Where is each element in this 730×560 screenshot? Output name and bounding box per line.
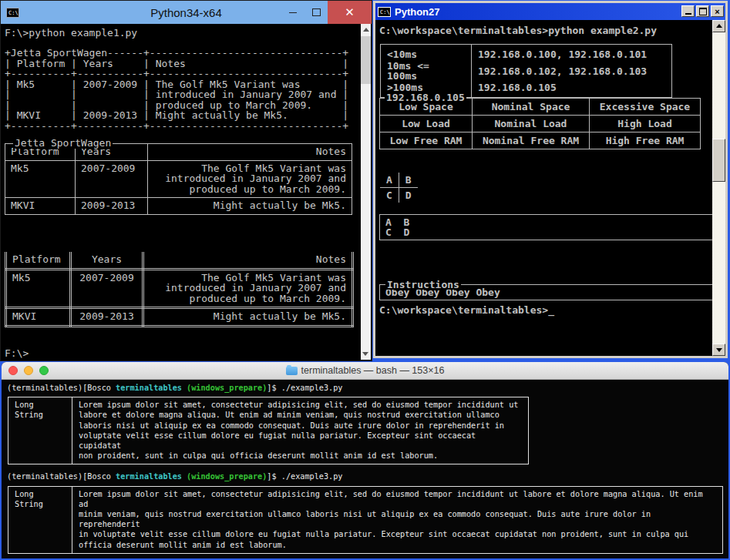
- command-text: ./example3.py: [281, 472, 343, 481]
- close-button[interactable]: ✕: [328, 1, 372, 24]
- win2-scrollbar[interactable]: [712, 20, 725, 356]
- prompt-line: C:\workspace\terminaltables>_: [379, 305, 554, 315]
- instructions-title: Instructions: [385, 280, 461, 290]
- scroll-down-icon[interactable]: [362, 352, 368, 356]
- table-row: Mk5 2007-2009 The Golf Mk5 Variant was i…: [5, 160, 352, 198]
- prompt-line: F:\>: [5, 348, 29, 359]
- window-terminal-bash: terminaltables — bash — 153×16 (terminal…: [2, 362, 728, 558]
- ip-list: 192.168.0.102, 192.168.0.103: [472, 60, 672, 82]
- minimize-button[interactable]: [281, 1, 304, 24]
- timings-table: <10ms 192.168.0.100, 192.168.0.101 10ms …: [380, 44, 672, 98]
- table-row: Long String Lorem ipsum dolor sit amet, …: [8, 486, 723, 553]
- desktop: C:\ Python34-x64 ✕ F:\>python example1.p…: [0, 0, 730, 560]
- window-python34: C:\ Python34-x64 ✕ F:\>python example1.p…: [0, 0, 372, 361]
- minimize-icon: [685, 13, 691, 15]
- win1-console[interactable]: F:\>python example1.py +Jetta SportWagen…: [2, 24, 361, 360]
- lorem-text: Lorem ipsum dolor sit amet, consectetur …: [72, 486, 723, 553]
- table-row: <10ms 192.168.0.100, 192.168.0.101: [381, 45, 672, 61]
- close-icon: ✕: [345, 5, 355, 19]
- repo-name: terminaltables: [116, 384, 182, 392]
- table-row: Low Free RAM Nominal Free RAM High Free …: [380, 132, 701, 149]
- latency-label: 10ms <= 100ms: [381, 60, 472, 82]
- table-row: Long String Lorem ipsum dolor sit amet, …: [8, 397, 529, 464]
- cross-table: A B C D: [380, 173, 418, 203]
- win3-console[interactable]: (terminaltables)[Bosco terminaltables (w…: [2, 380, 728, 558]
- table-row: MKVI 2009-2013 Might actually be Mk5.: [5, 198, 352, 215]
- scroll-down-button[interactable]: [712, 344, 725, 356]
- win2-titlebar[interactable]: C:\ Python27 ×: [375, 3, 725, 20]
- ip-list: 192.168.0.105: [472, 82, 672, 98]
- prompt-line: F:\>python example1.py: [5, 28, 137, 39]
- win3-title: terminaltables — bash — 153×16: [2, 365, 728, 376]
- minimize-icon: [289, 12, 297, 13]
- status-table-title: 192.168.0.105: [385, 92, 466, 102]
- folder-icon: [286, 367, 298, 375]
- lorem-text: Lorem ipsum dolor sit amet, consectetur …: [72, 397, 529, 464]
- win3-titlebar[interactable]: terminaltables — bash — 153×16: [2, 362, 728, 380]
- win2-console[interactable]: C:\workspace\terminaltables>python examp…: [375, 20, 725, 356]
- table-row: 10ms <= 100ms 192.168.0.102, 192.168.0.1…: [381, 60, 672, 82]
- close-button[interactable]: ×: [711, 5, 724, 17]
- maximize-icon: [312, 8, 321, 16]
- scroll-up-icon: [716, 24, 722, 28]
- table-row: Mk5 2007-2009 The Golf Mk5 Variant was i…: [6, 269, 353, 308]
- header-years: Years: [71, 252, 143, 269]
- scroll-down-icon: [716, 348, 722, 352]
- box-table: A B C D: [379, 214, 725, 240]
- table-header-row: Platform Years Notes: [6, 252, 353, 269]
- table-row: MKVI 2009-2013 Might actually be Mk5.: [6, 308, 353, 327]
- win1-scrollbar[interactable]: [361, 24, 371, 360]
- prompt-line: C:\workspace\terminaltables>python examp…: [379, 25, 657, 35]
- win2-title: Python27: [395, 6, 440, 18]
- maximize-icon: [699, 8, 707, 15]
- maximize-button[interactable]: [304, 1, 328, 24]
- win1-titlebar[interactable]: C:\ Python34-x64 ✕: [1, 1, 372, 24]
- close-icon: ×: [715, 7, 719, 16]
- cmd-icon: C:\: [378, 7, 391, 17]
- prompt-line: (terminaltables)[Bosco terminaltables (w…: [7, 383, 723, 393]
- maximize-button[interactable]: [696, 5, 709, 17]
- lorem-table-narrow: Long String Lorem ipsum dolor sit amet, …: [8, 397, 529, 464]
- git-branch: (windows_prepare): [182, 384, 267, 392]
- prompt-line: (terminaltables)[Bosco terminaltables (w…: [7, 471, 723, 481]
- header-notes: Notes: [143, 252, 353, 269]
- ascii-table: +Jetta SportWagen------+----------------…: [5, 48, 348, 131]
- single-table: Jetta SportWagen Platform Years Notes Mk…: [5, 143, 352, 215]
- table-row: A B: [380, 173, 418, 188]
- table-row: Low Load Nominal Load High Load: [380, 116, 701, 132]
- git-branch: (windows_prepare): [182, 472, 267, 481]
- minimize-button[interactable]: [681, 5, 695, 17]
- scrollbar-thumb[interactable]: [361, 36, 371, 84]
- table-row: C D: [380, 188, 418, 203]
- header-platform: Platform: [6, 252, 71, 269]
- single-table-title: Jetta SportWagen: [13, 138, 113, 149]
- scroll-up-icon[interactable]: [363, 28, 369, 32]
- text-cursor: _: [548, 304, 554, 316]
- command-text: ./example3.py: [281, 384, 343, 392]
- repo-name: terminaltables: [116, 472, 182, 481]
- row-header: Long String: [8, 397, 72, 464]
- instructions-table: Instructions Obey Obey Obey Obey: [379, 284, 725, 300]
- ip-list: 192.168.0.100, 192.168.0.101: [472, 45, 672, 61]
- double-table: Platform Years Notes Mk5 2007-2009 The G…: [5, 252, 354, 327]
- scroll-up-button[interactable]: [712, 20, 725, 32]
- latency-label: <10ms: [381, 45, 472, 61]
- scrollbar-thumb[interactable]: [712, 139, 725, 182]
- window-python27: C:\ Python27 × C:\workspace\terminaltabl…: [373, 1, 728, 358]
- lorem-table-wide: Long String Lorem ipsum dolor sit amet, …: [8, 486, 723, 554]
- row-header: Long String: [8, 486, 72, 553]
- status-table: 192.168.0.105 Low Space Nominal Space Ex…: [379, 98, 701, 149]
- header-notes: Notes: [148, 144, 352, 161]
